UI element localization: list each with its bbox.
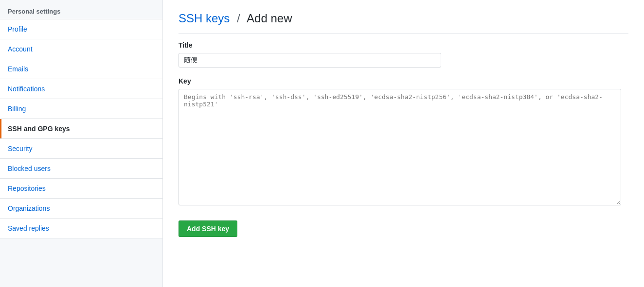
sidebar-item-profile[interactable]: Profile bbox=[0, 19, 162, 39]
sidebar-item-account[interactable]: Account bbox=[0, 39, 162, 59]
sidebar-item-security[interactable]: Security bbox=[0, 139, 162, 158]
add-ssh-key-button[interactable]: Add SSH key bbox=[179, 220, 237, 237]
sidebar-item-emails[interactable]: Emails bbox=[0, 59, 162, 79]
sidebar-item-organizations[interactable]: Organizations bbox=[0, 199, 162, 218]
key-textarea[interactable] bbox=[179, 89, 621, 205]
sidebar-item-saved-replies[interactable]: Saved replies bbox=[0, 219, 162, 238]
sidebar-item-notifications[interactable]: Notifications bbox=[0, 79, 162, 99]
title-label: Title bbox=[179, 41, 628, 49]
sidebar: Personal settings ProfileAccountEmailsNo… bbox=[0, 0, 163, 287]
page-title-link[interactable]: SSH keys bbox=[179, 12, 230, 25]
page-title: SSH keys / Add new bbox=[179, 12, 628, 34]
key-label: Key bbox=[179, 77, 628, 85]
page-title-separator: / bbox=[237, 12, 240, 25]
title-form-group: Title bbox=[179, 41, 628, 68]
sidebar-item-blocked-users[interactable]: Blocked users bbox=[0, 159, 162, 178]
sidebar-item-billing[interactable]: Billing bbox=[0, 99, 162, 118]
sidebar-header: Personal settings bbox=[0, 0, 162, 19]
sidebar-item-ssh-gpg-keys[interactable]: SSH and GPG keys bbox=[0, 119, 162, 138]
page-title-current: Add new bbox=[247, 12, 292, 25]
main-content: SSH keys / Add new Title Key Add SSH key bbox=[163, 0, 644, 287]
title-input[interactable] bbox=[179, 53, 441, 68]
sidebar-item-repositories[interactable]: Repositories bbox=[0, 179, 162, 198]
key-form-group: Key bbox=[179, 77, 628, 207]
sidebar-nav: ProfileAccountEmailsNotificationsBilling… bbox=[0, 19, 162, 238]
